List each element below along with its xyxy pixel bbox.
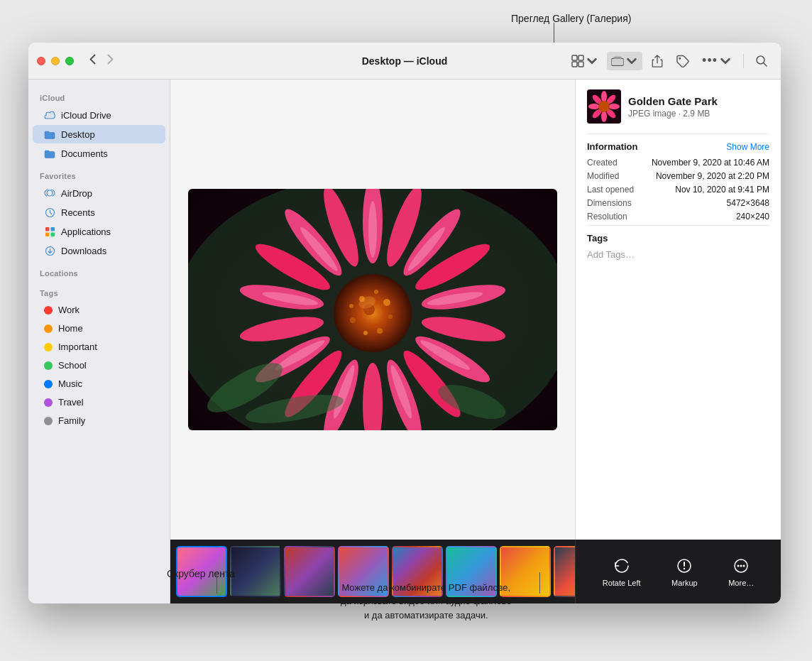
tags-section: Tags Add Tags… [587, 225, 769, 260]
resolution-label: Resolution [587, 212, 627, 222]
sidebar-label-travel: Travel [58, 397, 84, 408]
svg-point-62 [608, 104, 620, 109]
content-area: iCloud iCloud Drive Desktop [28, 80, 781, 603]
svg-point-51 [363, 331, 368, 335]
svg-rect-0 [572, 55, 577, 60]
more-options-button[interactable]: ••• [698, 50, 736, 71]
rotate-left-label: Rotate Left [603, 579, 641, 587]
file-header: Golden Gate Park JPEG image · 2.9 MB [587, 89, 769, 124]
scrubber-thumb-7[interactable] [500, 546, 551, 597]
gallery-view-annotation: Преглед Gallery (Галерия) [511, 13, 631, 24]
markup-button[interactable]: Markup [663, 550, 706, 593]
markup-icon [674, 556, 694, 576]
dimensions-label: Dimensions [587, 198, 632, 208]
file-name: Golden Gate Park [628, 95, 718, 107]
sidebar-label-school: School [58, 360, 87, 371]
scrubber-thumb-1[interactable] [176, 546, 227, 597]
tag-dot-work [44, 306, 53, 315]
sidebar-item-school[interactable]: School [33, 356, 165, 374]
sidebar-label-home: Home [58, 323, 83, 334]
show-more-link[interactable]: Show More [726, 142, 769, 152]
svg-point-52 [350, 317, 356, 323]
sidebar-label-airdrop: AirDrop [61, 188, 92, 199]
sidebar-item-recents[interactable]: Recents [33, 203, 165, 222]
sidebar-item-documents[interactable]: Documents [33, 144, 165, 163]
svg-rect-2 [572, 62, 577, 67]
tag-button[interactable] [672, 52, 693, 70]
svg-point-66 [588, 104, 600, 109]
svg-point-9 [47, 190, 53, 196]
tags-title: Tags [587, 233, 769, 244]
sidebar-label-icloud-drive: iCloud Drive [61, 110, 111, 121]
window-title: Desktop — iCloud [362, 55, 448, 67]
info-section: Information Show More Created November 9… [587, 133, 769, 222]
close-button[interactable] [37, 57, 45, 65]
scrubber-thumb-2[interactable] [230, 546, 281, 597]
back-button[interactable] [85, 51, 100, 70]
last-opened-row: Last opened Nov 10, 2020 at 9:41 PM [587, 185, 769, 195]
add-tags[interactable]: Add Tags… [587, 249, 769, 260]
share-button[interactable] [647, 52, 668, 70]
sidebar-label-desktop: Desktop [61, 129, 95, 140]
scrubber-thumb-3[interactable] [284, 546, 335, 597]
tag-dot-travel [44, 398, 53, 407]
rotate-left-button[interactable]: Rotate Left [594, 550, 649, 593]
svg-point-7 [679, 57, 681, 59]
traffic-lights [37, 57, 74, 65]
last-opened-label: Last opened [587, 185, 634, 195]
sidebar-label-applications: Applications [61, 226, 111, 237]
maximize-button[interactable] [65, 57, 74, 65]
sidebar-section-favorites: Favorites [28, 163, 170, 183]
more-button[interactable]: More… [720, 550, 762, 593]
sidebar-label-work: Work [58, 305, 79, 315]
folder-icon-documents [44, 148, 55, 159]
nav-buttons [85, 51, 118, 70]
resolution-value: 240×240 [736, 212, 769, 222]
sidebar-item-travel[interactable]: Travel [33, 393, 165, 411]
action-bar: Rotate Left Markup [575, 540, 781, 603]
image-preview[interactable] [170, 80, 575, 540]
more-label: More… [728, 579, 754, 587]
clock-icon [44, 207, 55, 218]
airdrop-icon [44, 187, 55, 199]
cloud-icon [44, 109, 55, 121]
svg-point-72 [737, 565, 740, 567]
file-type: JPEG image · 2.9 MB [628, 109, 718, 119]
search-button[interactable] [751, 52, 772, 70]
sidebar-item-home[interactable]: Home [33, 319, 165, 337]
scrubber-thumb-4[interactable] [338, 546, 389, 597]
info-section-header: Information Show More [587, 141, 769, 152]
sidebar-item-downloads[interactable]: Downloads [33, 241, 165, 260]
gallery-view-button[interactable] [607, 52, 642, 70]
scrubber-thumb-5[interactable] [392, 546, 443, 597]
sidebar-section-tags: Tags [28, 280, 170, 300]
sidebar-item-icloud-drive[interactable]: iCloud Drive [33, 106, 165, 124]
svg-point-53 [349, 304, 353, 308]
sidebar-item-music[interactable]: Music [33, 375, 165, 393]
scrubber-thumb-6[interactable] [446, 546, 497, 597]
titlebar: Desktop — iCloud [28, 43, 781, 80]
forward-button[interactable] [103, 51, 118, 70]
scrubber-bar[interactable] [170, 540, 575, 603]
toolbar-divider [743, 54, 744, 68]
sidebar-item-important[interactable]: Important [33, 338, 165, 356]
main-flower-image [188, 189, 557, 430]
sidebar-item-family[interactable]: Family [33, 412, 165, 430]
minimize-button[interactable] [51, 57, 60, 65]
svg-rect-13 [45, 232, 50, 236]
sidebar-item-airdrop[interactable]: AirDrop [33, 184, 165, 202]
sidebar-item-desktop[interactable]: Desktop [33, 125, 165, 143]
svg-point-36 [368, 201, 377, 258]
svg-point-8 [757, 56, 764, 64]
view-switcher-button[interactable] [567, 52, 603, 70]
scrubber-thumb-8[interactable] [554, 546, 575, 597]
svg-point-73 [740, 565, 742, 567]
main-area: Golden Gate Park JPEG image · 2.9 MB Inf… [170, 80, 781, 603]
sidebar-item-applications[interactable]: Applications [33, 222, 165, 241]
sidebar-section-locations: Locations [28, 261, 170, 280]
resolution-row: Resolution 240×240 [587, 212, 769, 222]
sidebar-item-work[interactable]: Work [33, 301, 165, 319]
more-icon [731, 556, 751, 576]
bottom-section: Rotate Left Markup [170, 540, 781, 603]
last-opened-value: Nov 10, 2020 at 9:41 PM [675, 185, 769, 195]
